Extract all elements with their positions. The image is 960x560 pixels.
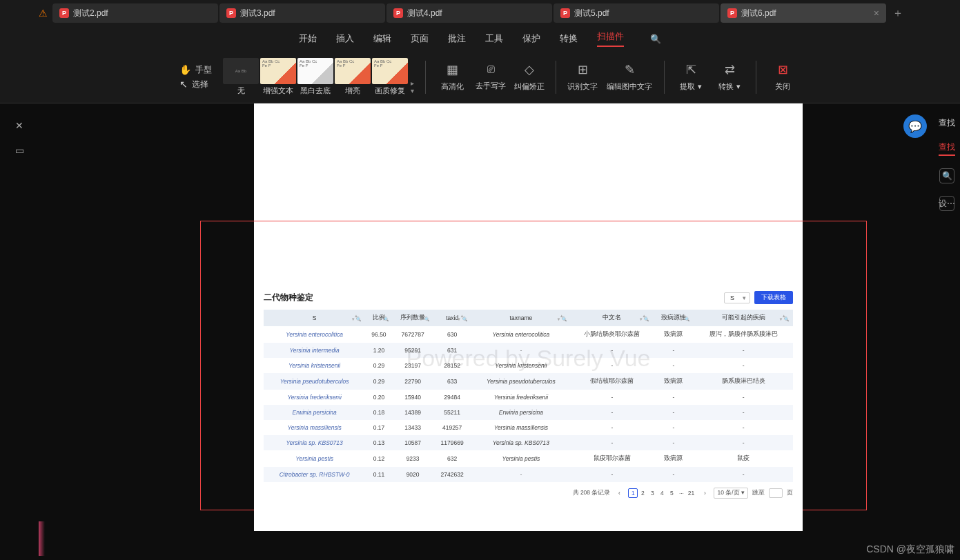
thumb-none[interactable]: Aa Bb无 [223, 58, 259, 96]
table-cell: 29484 [433, 390, 471, 405]
tool-remove-handwrite[interactable]: ⎚去手写字 [474, 62, 507, 92]
tab-测试3[interactable]: P测试3.pdf [219, 3, 385, 23]
add-tab-button[interactable]: ＋ [888, 6, 908, 21]
thumb-quality[interactable]: Aa Bb CcFe F画质修复 [372, 58, 408, 96]
table-cell: - [653, 420, 694, 435]
expand-arrow[interactable]: ▸▾ [409, 78, 415, 96]
menu-edit[interactable]: 编辑 [373, 32, 391, 45]
table-cell: Yersinia sp. KBS0713 [471, 435, 571, 450]
menu-protect[interactable]: 保护 [522, 32, 540, 45]
doc-select[interactable]: S [724, 292, 750, 303]
warning-icon[interactable]: ⚠ [35, 8, 51, 19]
right-search-icon[interactable]: 🔍 [939, 168, 954, 183]
table-cell: 0.12 [365, 450, 392, 467]
erase-icon: ⎚ [487, 62, 495, 77]
tool-hd[interactable]: ▦高清化 [435, 62, 469, 92]
deskew-icon: ◇ [525, 62, 534, 77]
tool-deskew[interactable]: ◇纠偏矫正 [513, 62, 546, 92]
col-header[interactable]: taxid▲▼ 🔍 [433, 310, 471, 326]
table-cell: - [653, 343, 694, 358]
sidebar-right: 查找 查找 🔍 设⋯ [934, 103, 960, 211]
col-header[interactable]: 比例▲▼ 🔍 [365, 310, 392, 326]
table-cell: 419257 [433, 420, 471, 435]
table-cell: - [694, 358, 793, 373]
table-row: Yersinia enterocolitica96.507672787630Ye… [264, 326, 793, 343]
col-header[interactable]: 序列数量▲▼ 🔍 [393, 310, 433, 326]
download-button[interactable]: 下载表格 [754, 291, 793, 304]
table-cell: 鼠疫耶尔森菌 [571, 450, 653, 467]
tool-ocr[interactable]: ⊞识别文字 [566, 62, 599, 92]
pager-perpage[interactable]: 10 条/页 ▾ [714, 488, 748, 499]
table-row: Yersinia pseudotuberculos0.2922790633Yer… [264, 373, 793, 390]
col-header[interactable]: 中文名▲▼ 🔍 [571, 310, 653, 326]
menu-start[interactable]: 开始 [299, 32, 317, 45]
right-find[interactable]: 查找 [939, 117, 955, 129]
right-settings-icon[interactable]: 设⋯ [939, 196, 954, 211]
table-cell: 小肠结肠炎耶尔森菌 [571, 326, 653, 343]
hd-icon: ▦ [447, 62, 458, 77]
col-header[interactable]: 致病源性▲▼ 🔍 [653, 310, 694, 326]
close-icon[interactable]: × [874, 8, 879, 19]
menu-tools[interactable]: 工具 [485, 32, 503, 45]
table-cell: - [694, 467, 793, 482]
pager-prev[interactable]: ‹ [614, 488, 624, 498]
tab-测试4[interactable]: P测试4.pdf [386, 3, 552, 23]
pagination: 共 208 条记录 ‹ 12345···21 › 10 条/页 ▾ 跳至 页 [264, 488, 793, 499]
table-cell: 致病源 [653, 373, 694, 390]
menu-insert[interactable]: 插入 [336, 32, 354, 45]
col-header[interactable]: S▲▼ 🔍 [264, 310, 365, 326]
thumb-enhance-text[interactable]: Aa Bb CcFe F增强文本 [260, 58, 296, 96]
pager-page[interactable]: 4 [657, 488, 667, 498]
pager-page[interactable]: 3 [647, 488, 657, 498]
table-cell: 0.29 [365, 373, 392, 390]
tab-测试6[interactable]: P测试6.pdf× [721, 3, 886, 23]
menu-page[interactable]: 页面 [411, 32, 429, 45]
pager-page[interactable]: 5 [667, 488, 676, 498]
table-cell: Yersinia intermedia [264, 343, 365, 358]
tool-edit-image-text[interactable]: ✎编辑图中文字 [605, 62, 654, 92]
table-cell: - [694, 343, 793, 358]
canvas[interactable]: Powered by Surely Vue 二代物种鉴定 S 下载表格 S▲▼ … [47, 103, 932, 560]
pdf-icon: P [393, 8, 403, 18]
table-cell: 13433 [393, 420, 433, 435]
image-panel-icon[interactable]: ▭ [15, 145, 24, 156]
table-cell: Yersinia pseudotuberculos [471, 373, 571, 390]
table-cell: - [653, 467, 694, 482]
tool-convert[interactable]: ⇄转换 ▾ [713, 62, 746, 92]
pager-page[interactable]: 1 [628, 488, 638, 498]
select-tool[interactable]: ↖选择 [179, 79, 212, 90]
data-table: S▲▼ 🔍比例▲▼ 🔍序列数量▲▼ 🔍taxid▲▼ 🔍taxname▲▼ 🔍中… [264, 310, 793, 482]
tab-测试5[interactable]: P测试5.pdf [554, 3, 719, 23]
table-cell: Yersinia enterocolitica [471, 326, 571, 343]
table-cell: Yersinia sp. KBS0713 [264, 435, 365, 450]
thumb-bw[interactable]: Aa Bb CcFe F黑白去底 [297, 58, 333, 96]
tool-close[interactable]: ⊠关闭 [766, 62, 799, 92]
table-cell: 55211 [433, 405, 471, 420]
menu-annotate[interactable]: 批注 [448, 32, 466, 45]
pager-jump-label: 跳至 [752, 489, 765, 497]
table-cell: 腹泻，肠膜伴肠系膜淋巴 [694, 326, 793, 343]
table-cell: - [653, 390, 694, 405]
table-cell: Yersinia pestis [471, 450, 571, 467]
tab-测试2[interactable]: P测试2.pdf [52, 3, 218, 23]
hand-tool[interactable]: ✋手型 [179, 64, 212, 76]
assistant-fab[interactable]: 💬 [903, 114, 927, 138]
pager-page[interactable]: 21 [686, 488, 696, 498]
thumb-brighten[interactable]: Aa Bb CcFe F增亮 [335, 58, 371, 96]
table-cell: - [571, 420, 653, 435]
right-find-replace[interactable]: 查找 [939, 141, 955, 156]
pager-next[interactable]: › [700, 488, 709, 498]
col-header[interactable]: 可能引起的疾病▲▼ 🔍 [694, 310, 793, 326]
pager-page[interactable]: ··· [676, 488, 686, 498]
menu-convert[interactable]: 转换 [560, 32, 578, 45]
menu-scan[interactable]: 扫描件 [597, 30, 624, 47]
table-cell: Yersinia massiliensis [264, 420, 365, 435]
col-header[interactable]: taxname▲▼ 🔍 [471, 310, 571, 326]
close-panel-icon[interactable]: ✕ [15, 120, 23, 131]
pager-jump-input[interactable] [769, 488, 783, 498]
pdf-icon: P [560, 8, 570, 18]
pager-page[interactable]: 2 [638, 488, 647, 498]
search-icon[interactable]: 🔍 [650, 34, 661, 44]
table-cell: 致病源 [653, 450, 694, 467]
tool-extract[interactable]: ⇱提取 ▾ [674, 62, 707, 92]
